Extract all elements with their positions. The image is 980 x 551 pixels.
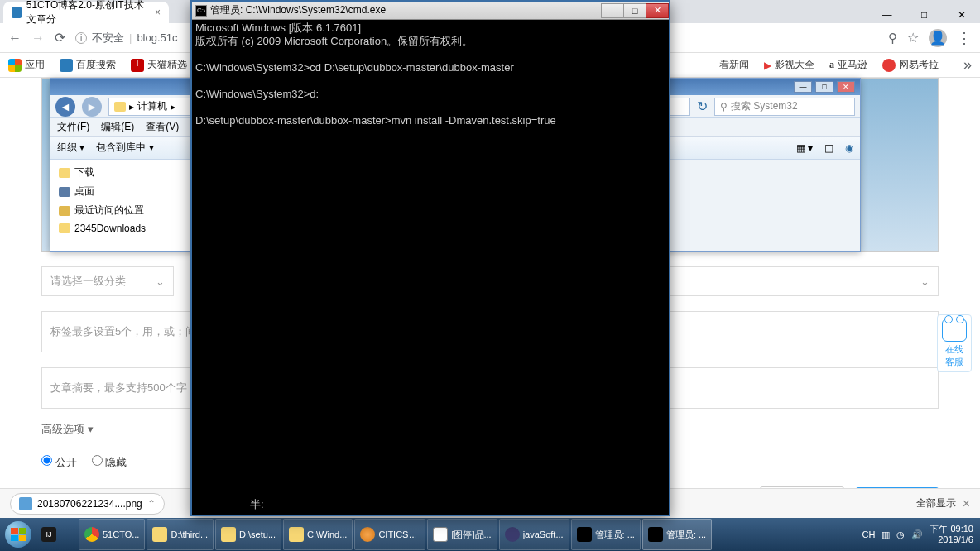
info-icon[interactable]: i bbox=[75, 32, 87, 44]
address-bar[interactable]: i 不安全 | blog.51c bbox=[75, 31, 178, 46]
windows-logo-icon bbox=[11, 528, 26, 541]
system-tray: CH ▥ ◷ 🔊 下午 09:10 2019/1/6 bbox=[862, 524, 978, 545]
explorer-minimize[interactable]: — bbox=[794, 81, 812, 93]
cmd-window: C:\ 管理员: C:\Windows\System32\cmd.exe — □… bbox=[190, 0, 670, 516]
bookmarks-overflow-icon[interactable]: » bbox=[963, 56, 972, 74]
download-filename: 20180706221234....png bbox=[37, 498, 142, 510]
ime-indicator: 半: bbox=[250, 498, 264, 511]
close-button[interactable]: ✕ bbox=[943, 7, 980, 23]
apps-shortcut[interactable]: 应用 bbox=[8, 58, 45, 72]
search-icon[interactable]: ⚲ bbox=[888, 31, 897, 46]
bookmark-video[interactable]: ▶影视大全 bbox=[764, 58, 814, 72]
star-icon[interactable]: ☆ bbox=[907, 30, 919, 46]
help-icon[interactable]: ◉ bbox=[845, 142, 853, 154]
forward-icon[interactable]: → bbox=[31, 31, 45, 46]
folder-icon bbox=[59, 168, 70, 178]
explorer-refresh-icon[interactable]: ↻ bbox=[697, 98, 708, 114]
task-image[interactable]: [图停]品... bbox=[427, 519, 497, 550]
radio-private[interactable]: 隐藏 bbox=[92, 455, 127, 470]
cmd-titlebar[interactable]: C:\ 管理员: C:\Windows\System32\cmd.exe — □… bbox=[192, 2, 669, 20]
cmd-line: Microsoft Windows [版本 6.1.7601] bbox=[195, 22, 361, 34]
tab-title: 51CTO博客2.0-原创IT技术文章分 bbox=[26, 0, 150, 26]
nav-desktop[interactable]: 桌面 bbox=[55, 182, 185, 201]
task-citics[interactable]: CITICS I... bbox=[354, 519, 425, 550]
recent-icon bbox=[59, 206, 70, 216]
category-select[interactable]: 请选择一级分类⌄ bbox=[41, 266, 174, 296]
browser-tab[interactable]: 51CTO博客2.0-原创IT技术文章分 × bbox=[3, 2, 169, 23]
maximize-button[interactable]: □ bbox=[906, 7, 943, 23]
radio-public[interactable]: 公开 bbox=[41, 455, 77, 470]
url-text: blog.51c bbox=[137, 31, 177, 44]
nav-2345[interactable]: 2345Downloads bbox=[55, 220, 185, 237]
window-controls: — □ ✕ bbox=[868, 7, 980, 23]
taskbar: IJ 51CTO... D:\third... D:\setu... C:\Wi… bbox=[0, 518, 980, 551]
nav-recent[interactable]: 最近访问的位置 bbox=[55, 201, 185, 220]
nav-downloads[interactable]: 下载 bbox=[55, 163, 185, 182]
menu-icon[interactable]: ⋮ bbox=[957, 29, 972, 47]
tab-favicon bbox=[12, 7, 22, 18]
profile-icon[interactable]: 👤 bbox=[929, 29, 947, 47]
desktop-icon bbox=[59, 187, 70, 197]
download-item[interactable]: 20180706221234....png ⌃ bbox=[10, 493, 165, 515]
chevron-down-icon: ⌄ bbox=[920, 276, 930, 288]
chevron-up-icon[interactable]: ⌃ bbox=[147, 498, 156, 510]
bear-icon bbox=[942, 319, 967, 342]
menu-edit[interactable]: 编辑(E) bbox=[101, 120, 134, 134]
minimize-button[interactable]: — bbox=[868, 7, 906, 23]
cmd-maximize[interactable]: □ bbox=[623, 3, 646, 18]
cmd-line: C:\Windows\System32>cd D:\setup\dubbox-m… bbox=[195, 61, 514, 74]
show-all-downloads[interactable]: 全部显示 bbox=[916, 496, 956, 510]
explorer-search[interactable]: ⚲搜索 System32 bbox=[714, 98, 855, 116]
toolbar-organize[interactable]: 组织 ▾ bbox=[57, 141, 84, 155]
bookmark-tmall[interactable]: T天猫精选 bbox=[131, 58, 187, 72]
close-shelf-icon[interactable]: × bbox=[963, 496, 970, 511]
explorer-back-icon[interactable]: ◄ bbox=[55, 97, 75, 117]
reload-icon[interactable]: ⟳ bbox=[55, 30, 65, 46]
bookmark-amazon[interactable]: a亚马逊 bbox=[829, 58, 867, 72]
menu-view[interactable]: 查看(V) bbox=[146, 120, 179, 134]
tray-icon[interactable]: 🔊 bbox=[911, 529, 923, 540]
insecure-label: 不安全 bbox=[92, 31, 124, 46]
preview-pane-icon[interactable]: ◫ bbox=[824, 142, 833, 154]
task-intellij[interactable]: IJ bbox=[36, 519, 77, 550]
category2-select[interactable]: 类⌄ bbox=[649, 266, 939, 296]
explorer-close[interactable]: ✕ bbox=[837, 81, 855, 93]
task-cmd-1[interactable]: 管理员: ... bbox=[571, 519, 641, 550]
advanced-options-toggle[interactable]: 高级选项 ▾ bbox=[41, 422, 94, 437]
taskbar-clock[interactable]: 下午 09:10 2019/1/6 bbox=[930, 524, 973, 545]
cmd-output[interactable]: Microsoft Windows [版本 6.1.7601] 版权所有 (c)… bbox=[192, 20, 669, 515]
ime-indicator[interactable]: CH bbox=[862, 529, 876, 539]
search-icon: ⚲ bbox=[720, 101, 728, 113]
back-icon[interactable]: ← bbox=[8, 31, 22, 46]
bookmark-news[interactable]: 看新闻 bbox=[719, 58, 749, 72]
task-folder-3[interactable]: C:\Wind... bbox=[283, 519, 353, 550]
cmd-title-text: 管理员: C:\Windows\System32\cmd.exe bbox=[210, 3, 602, 17]
cmd-line: D:\setup\dubbox-master\dubbox-master>mvn… bbox=[195, 114, 556, 127]
explorer-maximize[interactable]: □ bbox=[815, 81, 833, 93]
task-folder-2[interactable]: D:\setu... bbox=[215, 519, 281, 550]
close-tab-icon[interactable]: × bbox=[155, 7, 161, 18]
task-cmd-2[interactable]: 管理员: ... bbox=[642, 519, 712, 550]
customer-service-float[interactable]: 在线客服 bbox=[937, 314, 972, 372]
start-button[interactable] bbox=[2, 518, 35, 551]
explorer-fwd-icon[interactable]: ► bbox=[82, 97, 102, 117]
toolbar-include[interactable]: 包含到库中 ▾ bbox=[96, 141, 153, 155]
explorer-nav-pane: 下载 桌面 最近访问的位置 2345Downloads bbox=[50, 160, 191, 251]
folder-icon bbox=[114, 102, 126, 112]
cmd-line: 版权所有 (c) 2009 Microsoft Corporation。保留所有… bbox=[195, 35, 473, 47]
chevron-down-icon: ⌄ bbox=[156, 276, 165, 288]
tray-icon[interactable]: ▥ bbox=[882, 529, 890, 540]
task-eclipse[interactable]: javaSoft... bbox=[499, 519, 569, 550]
bookmark-kaola[interactable]: 网易考拉 bbox=[882, 58, 939, 72]
cmd-minimize[interactable]: — bbox=[601, 3, 624, 18]
tray-icon[interactable]: ◷ bbox=[896, 529, 905, 540]
bookmark-baidu[interactable]: 百度搜索 bbox=[60, 58, 116, 72]
cmd-icon: C:\ bbox=[195, 5, 207, 17]
cmd-line: C:\Windows\System32>d: bbox=[195, 88, 319, 100]
view-mode-icon[interactable]: ▦ ▾ bbox=[796, 142, 813, 154]
task-chrome[interactable]: 51CTO... bbox=[79, 519, 145, 550]
task-folder-1[interactable]: D:\third... bbox=[147, 519, 214, 550]
menu-file[interactable]: 文件(F) bbox=[57, 120, 89, 134]
image-file-icon bbox=[19, 497, 32, 510]
cmd-close[interactable]: ✕ bbox=[646, 3, 669, 18]
